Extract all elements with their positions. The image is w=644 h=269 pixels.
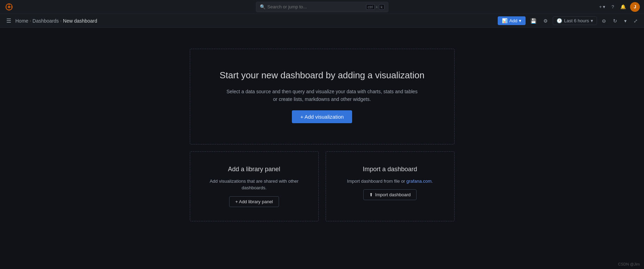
- add-menu-button[interactable]: + ▾: [597, 3, 607, 11]
- add-panel-button[interactable]: 📊 Add ▾: [498, 16, 526, 25]
- import-dashboard-description: Import dashboard from file or grafana.co…: [347, 178, 433, 185]
- add-visualization-card: Start your new dashboard by adding a vis…: [190, 49, 455, 144]
- save-dashboard-button[interactable]: 💾: [528, 17, 538, 25]
- zoom-out-icon: ⊖: [602, 18, 606, 24]
- refresh-button[interactable]: ↻: [611, 17, 619, 25]
- topbar: 🔍 ctrl + k + ▾ ? 🔔 J: [0, 0, 644, 14]
- breadcrumb-sep-2: ›: [60, 18, 62, 23]
- library-panel-card: Add a library panel Add visualizations t…: [190, 151, 319, 221]
- add-chevron-icon: ▾: [519, 18, 521, 23]
- search-bar[interactable]: 🔍 ctrl + k: [256, 2, 388, 12]
- topbar-left: [4, 2, 14, 12]
- search-icon: 🔍: [260, 4, 265, 9]
- library-panel-description: Add visualizations that are shared with …: [201, 178, 308, 191]
- zoom-out-button[interactable]: ⊖: [600, 17, 608, 25]
- shortcut-key: k: [379, 4, 385, 10]
- time-chevron-icon: ▾: [591, 18, 593, 23]
- bell-icon: 🔔: [620, 4, 626, 9]
- refresh-chevron-icon: ▾: [624, 18, 627, 24]
- plus-icon: +: [599, 4, 602, 9]
- avatar[interactable]: J: [630, 2, 640, 12]
- help-button[interactable]: ?: [610, 3, 616, 11]
- library-panel-title: Add a library panel: [228, 166, 280, 173]
- gear-icon: ⚙: [543, 18, 548, 24]
- import-description-prefix: Import dashboard from file or: [347, 179, 406, 184]
- breadcrumb-current: New dashboard: [63, 18, 97, 24]
- shortcut-plus: +: [376, 5, 378, 9]
- add-visualization-button[interactable]: + Add visualization: [292, 110, 352, 123]
- topbar-right: + ▾ ? 🔔 J: [597, 2, 640, 12]
- time-range-button[interactable]: 🕐 Last 6 hours ▾: [553, 16, 597, 25]
- navbar: ☰ Home › Dashboards › New dashboard 📊 Ad…: [0, 14, 644, 28]
- add-button-label: Add: [509, 18, 517, 23]
- import-description-suffix: .: [432, 179, 433, 184]
- expand-icon: ⤢: [634, 18, 638, 24]
- clock-icon: 🕐: [557, 18, 562, 23]
- shortcut-modifier: ctrl: [366, 4, 375, 10]
- refresh-icon: ↻: [613, 18, 617, 24]
- footer: CSDN @Jim: [618, 262, 640, 266]
- footer-text: CSDN @Jim: [618, 262, 640, 266]
- import-dashboard-title: Import a dashboard: [363, 166, 417, 173]
- import-dashboard-card: Import a dashboard Import dashboard from…: [326, 151, 455, 221]
- search-input[interactable]: [267, 4, 364, 9]
- chart-icon: 📊: [502, 18, 507, 23]
- import-button-label: Import dashboard: [375, 192, 411, 197]
- lower-cards: Add a library panel Add visualizations t…: [190, 151, 455, 221]
- grafana-com-link[interactable]: grafana.com: [406, 179, 432, 184]
- breadcrumb-dashboards[interactable]: Dashboards: [32, 18, 59, 24]
- search-shortcut: ctrl + k: [366, 4, 385, 10]
- viz-card-title: Start your new dashboard by adding a vis…: [219, 70, 424, 81]
- help-icon: ?: [612, 4, 614, 9]
- import-icon: ⬆: [369, 192, 373, 197]
- svg-point-2: [8, 6, 10, 8]
- import-dashboard-button[interactable]: ⬆ Import dashboard: [363, 189, 417, 200]
- chevron-down-icon: ▾: [603, 4, 605, 9]
- navbar-left: ☰ Home › Dashboards › New dashboard: [4, 16, 97, 25]
- save-icon: 💾: [530, 18, 536, 24]
- dashboard-settings-button[interactable]: ⚙: [541, 17, 550, 25]
- breadcrumb-home[interactable]: Home: [15, 18, 28, 24]
- viz-card-description: Select a data source and then query and …: [225, 88, 420, 103]
- refresh-dropdown-button[interactable]: ▾: [622, 17, 629, 25]
- navbar-right: 📊 Add ▾ 💾 ⚙ 🕐 Last 6 hours ▾ ⊖ ↻ ▾ ⤢: [498, 16, 640, 25]
- grafana-logo-icon: [4, 2, 14, 12]
- sidebar-toggle-button[interactable]: ☰: [4, 16, 13, 25]
- time-range-label: Last 6 hours: [564, 18, 589, 23]
- expand-button[interactable]: ⤢: [631, 17, 640, 25]
- add-library-panel-button[interactable]: + Add library panel: [229, 196, 279, 207]
- notifications-button[interactable]: 🔔: [618, 3, 628, 11]
- breadcrumb: Home › Dashboards › New dashboard: [15, 18, 97, 24]
- breadcrumb-sep-1: ›: [30, 18, 31, 23]
- main-content: Start your new dashboard by adding a vis…: [0, 28, 644, 228]
